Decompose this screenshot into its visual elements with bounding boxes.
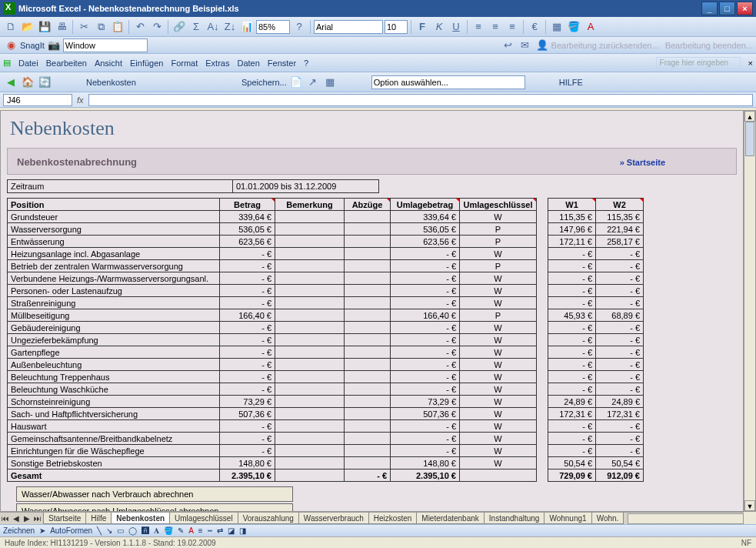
horizontal-scrollbar[interactable] [628,513,744,524]
cell-abzuege[interactable] [345,309,391,322]
table-row[interactable]: Gartenpflege- €- €W [8,346,537,359]
cell-w2[interactable]: 115,35 € [596,211,644,223]
cell-umlageschluessel[interactable]: W [460,285,537,297]
scroll-down-icon[interactable]: ▼ [744,500,755,511]
sort-asc-icon[interactable]: A↓ [205,19,221,35]
fontsize-combo[interactable] [385,20,408,34]
menu-help[interactable]: ? [304,58,308,68]
tab-nav-first-icon[interactable]: ⏮ [0,514,11,523]
cell-umlageschluessel[interactable]: P [460,223,537,236]
redo-icon[interactable]: ↷ [149,19,165,35]
copy-icon[interactable]: ⧉ [93,19,108,35]
cell-w2[interactable]: - € [596,260,644,272]
cell-umlagebetrag[interactable]: 148,80 € [391,457,460,469]
cell-umlagebetrag[interactable]: - € [391,297,460,309]
font-combo[interactable] [314,20,383,34]
cell-abzuege[interactable] [345,211,391,223]
cell-umlagebetrag[interactable]: 339,64 € [391,211,460,223]
cell-w1[interactable]: 45,93 € [548,309,596,322]
cell-w1[interactable]: 24,89 € [548,396,596,408]
cell-umlagebetrag[interactable]: 623,56 € [391,236,460,248]
vertical-scrollbar[interactable]: ▲ ▼ [744,110,756,512]
cell-w1[interactable]: - € [548,383,596,396]
cell-w2[interactable]: - € [596,346,644,359]
sort-desc-icon[interactable]: Z↓ [222,19,238,35]
side-row[interactable]: 50,54 €50,54 € [548,457,644,469]
cell-abzuege[interactable] [345,260,391,272]
sheet-tab-wohn.[interactable]: Wohn. [591,513,624,524]
fill-icon[interactable]: 🪣 [164,526,173,535]
cell-abzuege[interactable] [345,396,391,408]
italic-icon[interactable]: K [431,19,447,35]
worksheet-area[interactable]: Nebenkosten Nebenkostenabrechnung » Star… [0,110,744,512]
cell-umlagebetrag[interactable]: - € [391,433,460,445]
cell-w1[interactable]: 115,35 € [548,211,596,223]
cell-umlagebetrag[interactable]: 507,36 € [391,408,460,420]
cell-bemerkung[interactable] [275,383,345,396]
scroll-thumb[interactable] [745,122,754,156]
cell-umlagebetrag[interactable]: 166,40 € [391,309,460,322]
menu-format[interactable]: Format [171,58,198,68]
ask-question-box[interactable]: Frage hier eingeben [656,57,741,68]
cell-betrag[interactable]: 623,56 € [220,236,275,248]
cell-w2[interactable]: - € [596,420,644,433]
snagit-icon[interactable]: ◉ [3,38,18,53]
cell-abzuege[interactable] [345,359,391,371]
home-link[interactable]: » Startseite [620,158,665,167]
nav-home-icon[interactable]: 🏠 [20,75,35,90]
save-icon[interactable]: 💾 [37,19,52,35]
cell-abzuege[interactable] [345,346,391,359]
cell-position[interactable]: Schornsteinreinigung [8,396,220,408]
cell-bemerkung[interactable] [275,346,345,359]
side-row[interactable]: 115,35 €115,35 € [548,211,644,223]
cell-position[interactable]: Betrieb der zentralen Warmwasserversorgu… [8,260,220,272]
cell-w1[interactable]: - € [548,420,596,433]
cell-bemerkung[interactable] [275,408,345,420]
cell-bemerkung[interactable] [275,248,345,260]
name-box[interactable] [3,94,72,106]
cell-w1[interactable]: - € [548,433,596,445]
table-row[interactable]: Heizungsanlage incl. Abgasanlage- €- €W [8,248,537,260]
cell-position[interactable]: Verbundene Heizungs-/Warmwasserversorgun… [8,272,220,285]
threed-icon[interactable]: ◨ [239,526,246,535]
cell-abzuege[interactable] [345,223,391,236]
cell-betrag[interactable]: - € [220,445,275,457]
snagit-combo[interactable] [63,38,148,52]
table-row[interactable]: Wasserversorgung536,05 €536,05 €P [8,223,537,236]
print-icon[interactable]: 🖶 [54,19,69,35]
sheet-tab-wasserverbrauch[interactable]: Wasserverbrauch [298,513,369,524]
side-row[interactable]: 172,11 €258,17 € [548,236,644,248]
cell-position[interactable]: Einrichtungen für die Wäschepflege [8,445,220,457]
menu-edit[interactable]: Bearbeiten [46,58,87,68]
cell-w1[interactable]: - € [548,297,596,309]
review-reply-icon[interactable]: ↩ [501,38,516,53]
cell-bemerkung[interactable] [275,420,345,433]
cell-position[interactable]: Beleuchtung Waschküche [8,383,220,396]
side-row[interactable]: - €- € [548,322,644,334]
cell-betrag[interactable]: - € [220,297,275,309]
cell-umlageschluessel[interactable]: W [460,211,537,223]
cell-umlageschluessel[interactable]: W [460,334,537,346]
side-row[interactable]: - €- € [548,248,644,260]
menu-file[interactable]: Datei [18,58,38,68]
tab-nav-next-icon[interactable]: ▶ [22,514,32,523]
cell-abzuege[interactable] [345,297,391,309]
cell-position[interactable]: Müllbeseitigung [8,309,220,322]
cell-umlageschluessel[interactable]: W [460,272,537,285]
cell-bemerkung[interactable] [275,433,345,445]
hyperlink-icon[interactable]: 🔗 [172,19,187,35]
table-row[interactable]: Außenbeleuchtung- €- €W [8,359,537,371]
cell-abzuege[interactable] [345,248,391,260]
cell-position[interactable]: Gartenpflege [8,346,220,359]
linecolor-icon[interactable]: ✎ [178,526,184,535]
cell-umlageschluessel[interactable]: P [460,236,537,248]
cell-w1[interactable]: - € [548,272,596,285]
side-row[interactable]: - €- € [548,297,644,309]
cell-umlagebetrag[interactable]: - € [391,334,460,346]
cell-bemerkung[interactable] [275,223,345,236]
fill-color-icon[interactable]: 🪣 [566,19,581,35]
cell-w2[interactable]: 172,31 € [596,408,644,420]
cell-umlageschluessel[interactable]: P [460,309,537,322]
nav-back-icon[interactable]: ◀ [3,75,18,90]
cell-betrag[interactable]: 507,36 € [220,408,275,420]
